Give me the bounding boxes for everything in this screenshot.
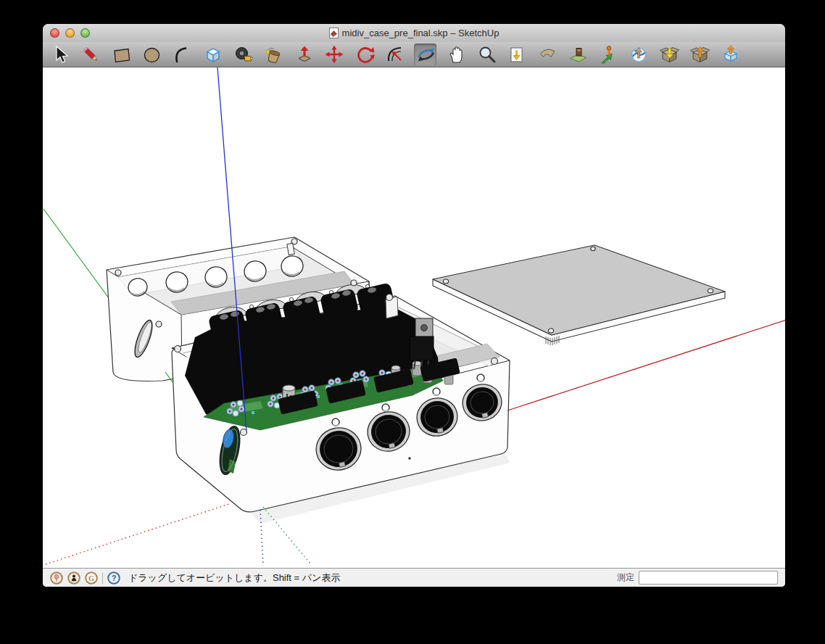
previous-view-icon — [537, 44, 557, 65]
share-component-icon — [720, 44, 740, 65]
status-message: ドラッグしてオービットします。Shift = パン表示 — [128, 571, 340, 585]
get-models-icon — [659, 44, 679, 65]
traffic-lights — [50, 24, 90, 42]
tool-offset[interactable] — [384, 44, 406, 66]
tool-orbit[interactable] — [414, 44, 436, 66]
tool-add-location[interactable] — [566, 44, 589, 66]
tool-google-earth[interactable] — [627, 44, 650, 66]
tool-push-pull[interactable] — [292, 44, 315, 66]
magnifier-icon — [476, 44, 497, 65]
status-bar: G ? ドラッグしてオービットします。Shift = パン表示 測定 — [43, 568, 785, 587]
title-bar[interactable]: midiv_case_pre_final.skp – SketchUp — [43, 24, 785, 42]
tool-get-models[interactable] — [658, 44, 680, 66]
arc-icon — [172, 44, 192, 65]
zoom-button[interactable] — [80, 28, 90, 38]
move-icon — [324, 44, 344, 65]
orbit-icon — [415, 44, 436, 65]
front-panel-pin-hole — [408, 457, 411, 460]
geolocation-icon[interactable] — [50, 571, 63, 585]
svg-text:?: ? — [112, 574, 117, 582]
tool-circle[interactable] — [140, 44, 162, 66]
zoom-extents-icon — [507, 44, 527, 65]
pan-hand-icon — [446, 44, 466, 65]
attribution-person-icon[interactable] — [67, 571, 80, 585]
screen: { "window": { "title": "midiv_case_pre_f… — [0, 0, 825, 644]
google-earth-icon — [629, 44, 649, 65]
offset-icon — [385, 44, 405, 65]
tool-toggle-terrain[interactable] — [597, 44, 619, 66]
tool-previous-view[interactable] — [536, 44, 558, 66]
tool-arc[interactable] — [170, 44, 193, 66]
window-title: midiv_case_pre_final.skp – SketchUp — [329, 28, 499, 38]
tool-select[interactable] — [49, 44, 71, 66]
pencil-icon — [80, 44, 101, 65]
credits-g-icon[interactable]: G — [85, 571, 98, 585]
toolbar — [43, 42, 785, 67]
minimize-button[interactable] — [65, 28, 75, 38]
tool-tape-measure[interactable] — [231, 44, 254, 66]
close-button[interactable] — [50, 28, 59, 38]
tool-zoom[interactable] — [475, 44, 497, 66]
component-box-icon — [202, 44, 223, 65]
help-icon[interactable]: ? — [107, 571, 120, 585]
enclosure-bottom-half-with-pcb[interactable] — [172, 282, 510, 512]
sketchup-window: midiv_case_pre_final.skp – SketchUp — [43, 24, 785, 587]
tool-zoom-extents[interactable] — [505, 44, 528, 66]
measurement-input[interactable] — [639, 571, 778, 585]
add-location-icon — [568, 44, 588, 65]
push-pull-icon — [294, 44, 314, 65]
window-title-text: midiv_case_pre_final.skp – SketchUp — [342, 28, 499, 38]
tool-pan[interactable] — [444, 44, 467, 66]
rotate-icon — [355, 44, 375, 65]
tool-make-component[interactable] — [201, 44, 223, 66]
document-icon — [329, 28, 339, 38]
statusbar-separator — [102, 572, 103, 584]
tool-rotate[interactable] — [353, 44, 376, 66]
lid-plate[interactable] — [433, 245, 725, 345]
tool-line[interactable] — [79, 44, 101, 66]
tool-paint-bucket[interactable] — [262, 44, 284, 66]
tape-measure-icon — [233, 44, 253, 65]
share-model-icon — [689, 44, 710, 65]
green-axis-rear — [43, 209, 109, 298]
select-arrow-icon — [50, 44, 70, 65]
tool-move[interactable] — [323, 44, 345, 66]
measurement-label: 測定 — [617, 571, 634, 584]
model-viewport[interactable] — [43, 67, 785, 568]
toggle-terrain-icon — [598, 44, 618, 65]
tool-rectangle[interactable] — [109, 44, 132, 66]
paint-bucket-icon — [263, 44, 283, 65]
tool-share-model[interactable] — [688, 44, 710, 66]
svg-text:G: G — [88, 574, 94, 582]
tool-share-component[interactable] — [718, 44, 741, 66]
rectangle-icon — [111, 44, 131, 65]
circle-icon — [141, 44, 162, 65]
